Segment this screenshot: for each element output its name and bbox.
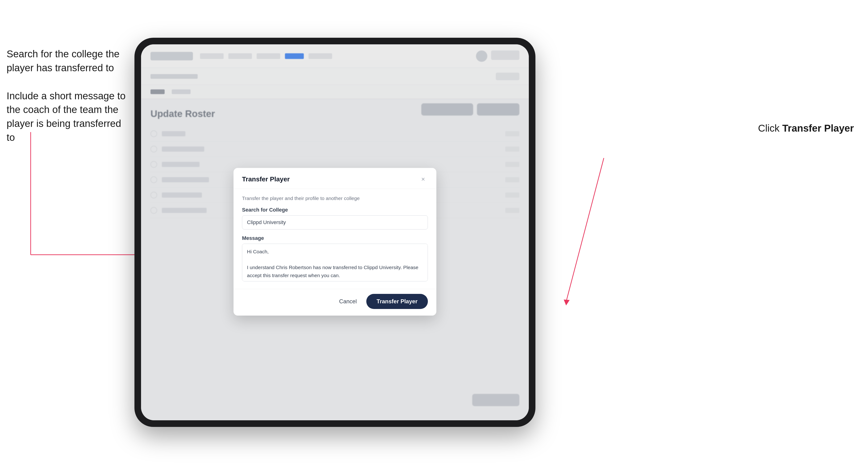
- transfer-player-button[interactable]: Transfer Player: [366, 294, 428, 309]
- annotation-right-bold: Transfer Player: [782, 123, 854, 134]
- annotation-right: Click Transfer Player: [758, 123, 854, 134]
- annotation-text-2: Include a short message to the coach of …: [7, 89, 129, 145]
- tablet-frame: Update Roster: [134, 38, 535, 427]
- modal-body: Transfer the player and their profile to…: [234, 189, 436, 289]
- modal-header: Transfer Player ×: [234, 168, 436, 189]
- modal-title: Transfer Player: [242, 176, 290, 183]
- modal-description: Transfer the player and their profile to…: [242, 195, 428, 201]
- cancel-button[interactable]: Cancel: [335, 295, 362, 308]
- modal-close-button[interactable]: ×: [418, 175, 428, 184]
- svg-marker-6: [564, 300, 569, 305]
- modal-overlay: Transfer Player × Transfer the player an…: [141, 44, 529, 420]
- transfer-player-modal: Transfer Player × Transfer the player an…: [234, 168, 436, 316]
- search-college-label: Search for College: [242, 207, 428, 213]
- tablet-screen: Update Roster: [141, 44, 529, 420]
- annotation-right-prefix: Click: [758, 123, 782, 134]
- svg-line-5: [566, 158, 604, 302]
- message-label: Message: [242, 235, 428, 241]
- close-icon: ×: [421, 176, 425, 183]
- search-college-input[interactable]: [242, 215, 428, 229]
- modal-footer: Cancel Transfer Player: [234, 289, 436, 316]
- message-textarea[interactable]: Hi Coach, I understand Chris Robertson h…: [242, 244, 428, 281]
- annotation-left: Search for the college the player has tr…: [7, 47, 129, 159]
- annotation-text-1: Search for the college the player has tr…: [7, 47, 129, 75]
